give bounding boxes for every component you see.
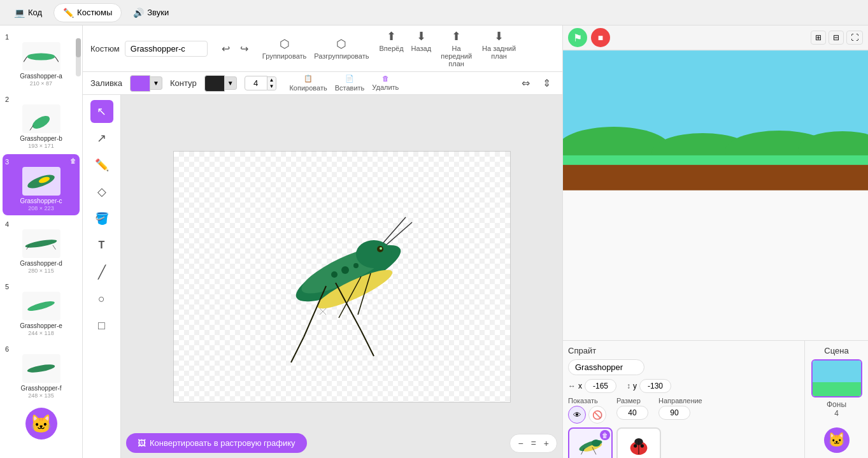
show-label: Показать [568, 397, 606, 404]
scene-thumbnail[interactable] [811, 359, 862, 397]
direction-prop: Направление [658, 397, 702, 424]
zoom-in-button[interactable]: + [541, 437, 551, 450]
costume-item-1[interactable]: 1 Grasshopper-a210 × 87 [3, 29, 80, 90]
size-down-button[interactable]: ▼ [267, 83, 276, 90]
add-costume-button[interactable]: 🐱 [25, 408, 57, 440]
rect-tool[interactable]: □ [90, 314, 113, 337]
group-label: Группировать [262, 52, 307, 60]
show-buttons: 👁 🚫 [568, 406, 606, 424]
show-hidden-button[interactable]: 🚫 [588, 406, 606, 424]
sprite-delete-grasshopper[interactable]: 🗑 [600, 430, 610, 440]
group-actions: ⬡ Группировать ⬡ Разгруппировать [262, 37, 369, 60]
fill-color-arrow[interactable]: ▼ [150, 76, 162, 90]
grasshopper-illustration [234, 171, 450, 382]
fill-color-picker[interactable]: ▼ [130, 75, 162, 92]
add-scene-button[interactable]: 🐱 [824, 427, 850, 453]
stop-button[interactable]: ■ [591, 28, 610, 47]
forward-button[interactable]: ⬆ Вперёд [380, 29, 404, 68]
paste-button[interactable]: 📄 Вставить [335, 75, 365, 92]
fill-tool[interactable]: 🪣 [90, 207, 113, 230]
small-stage-button[interactable]: ⊞ [811, 31, 826, 45]
costume-delete-3[interactable]: 🗑 [68, 155, 78, 166]
tab-costumes-label: Костюмы [77, 8, 112, 17]
direction-value-input[interactable] [658, 406, 690, 420]
undo-button[interactable]: ↩ [218, 40, 234, 57]
sprite-thumb-grasshopper[interactable]: 🗑 Grasshopper [568, 427, 613, 458]
x-value-input[interactable] [585, 379, 616, 393]
flip-actions: ⇔ ⇕ [518, 75, 555, 92]
costume-label-3: Grasshopper-c208 × 223 [20, 197, 62, 211]
tab-sounds[interactable]: 🔊 Звуки [124, 4, 178, 22]
large-stage-button[interactable]: ⊟ [829, 31, 844, 45]
flip-vertical-button[interactable]: ⇕ [539, 75, 555, 92]
fullscreen-button[interactable]: ⛶ [846, 31, 863, 45]
costume-name-section: Костюм [90, 41, 208, 57]
costume-label-4: Grasshopper-d280 × 115 [20, 260, 62, 274]
stroke-color-arrow[interactable]: ▼ [225, 76, 237, 90]
svg-point-0 [27, 53, 55, 60]
pencil-tool[interactable]: ✏️ [90, 154, 113, 176]
select-tool[interactable]: ↖ [90, 100, 113, 123]
copy-label: Копировать [289, 84, 327, 92]
bottom-button[interactable]: ⬇ На задний план [481, 29, 516, 68]
tab-costumes[interactable]: ✏️ Костюмы [53, 3, 122, 22]
tab-sounds-label: Звуки [147, 8, 169, 17]
delete-button[interactable]: 🗑 Удалить [372, 75, 399, 92]
svg-line-4 [30, 125, 33, 131]
scene-count: 4 [834, 409, 839, 418]
drawing-canvas[interactable]: − = + 🖼 Конвертировать в растровую графи… [121, 95, 562, 458]
ungroup-icon: ⬡ [336, 37, 346, 51]
costume-item-4[interactable]: 4 Grasshopper-d280 × 115 [3, 217, 80, 278]
sprite-thumb-ladybug[interactable]: Ladybug1 [616, 427, 661, 458]
stroke-size-arrows: ▲ ▼ [267, 76, 277, 90]
text-tool[interactable]: T [90, 234, 113, 257]
stroke-color-picker[interactable]: ▼ [204, 75, 237, 92]
costume-num-5: 5 [5, 283, 9, 290]
copy-button[interactable]: 📋 Копировать [289, 75, 327, 92]
costume-name-input[interactable] [125, 41, 208, 57]
svg-point-3 [31, 113, 52, 131]
tab-code-label: Код [28, 8, 42, 17]
convert-to-bitmap-button[interactable]: 🖼 Конвертировать в растровую графику [126, 433, 307, 453]
reshape-tool[interactable]: ↗ [90, 127, 113, 150]
editor-toolbar: Костюм ↩ ↪ ⬡ Группировать ⬡ Разгруппиров… [83, 25, 562, 72]
show-visible-button[interactable]: 👁 [568, 406, 586, 424]
scene-label: Сцена [824, 346, 848, 355]
costume-item-6[interactable]: 6 Grasshopper-f248 × 135 [3, 341, 80, 403]
main-layout: 1 Grasshopper-a210 × 87 2 Grasshopper-b1… [0, 25, 868, 458]
costume-item-2[interactable]: 2 Grasshopper-b193 × 171 [3, 92, 80, 153]
costume-item-3[interactable]: 3 🗑 Grasshopper-c208 × 223 [3, 154, 80, 215]
stroke-size-input[interactable] [245, 76, 267, 90]
undo-redo-section: ↩ ↪ [218, 40, 252, 57]
svg-rect-38 [563, 165, 868, 190]
fill-color-swatch[interactable] [130, 75, 150, 92]
group-button[interactable]: ⬡ Группировать [262, 37, 307, 60]
stage-area: ⚑ ■ ⊞ ⊟ ⛶ [562, 25, 868, 458]
zoom-out-button[interactable]: − [515, 437, 525, 450]
canvas-zoom-bar: − = + [509, 434, 557, 453]
eraser-tool[interactable]: ◇ [90, 180, 113, 203]
zoom-reset-button[interactable]: = [529, 437, 539, 450]
size-value-input[interactable] [616, 406, 648, 420]
flip-horizontal-button[interactable]: ⇔ [518, 75, 534, 92]
y-value-input[interactable] [639, 379, 671, 393]
paste-icon: 📄 [345, 75, 354, 83]
code-icon: 💻 [14, 8, 25, 18]
paste-label: Вставить [335, 84, 365, 92]
svg-line-24 [291, 337, 304, 362]
size-up-button[interactable]: ▲ [267, 77, 276, 83]
forward-icon: ⬆ [387, 29, 396, 43]
tab-code[interactable]: 💻 Код [5, 4, 51, 22]
redo-button[interactable]: ↪ [236, 40, 252, 57]
green-flag-button[interactable]: ⚑ [568, 28, 587, 47]
stroke-color-swatch[interactable] [204, 75, 225, 92]
back-button[interactable]: ⬇ Назад [411, 29, 432, 68]
circle-tool[interactable]: ○ [90, 287, 113, 310]
sprite-name-input[interactable] [568, 359, 644, 375]
stage-svg [563, 50, 868, 190]
line-tool[interactable]: ╱ [90, 261, 113, 283]
svg-point-17 [380, 247, 382, 250]
front-button[interactable]: ⬆ На передний план [439, 29, 474, 68]
costume-item-5[interactable]: 5 Grasshopper-e244 × 118 [3, 279, 80, 340]
ungroup-button[interactable]: ⬡ Разгруппировать [314, 37, 369, 60]
